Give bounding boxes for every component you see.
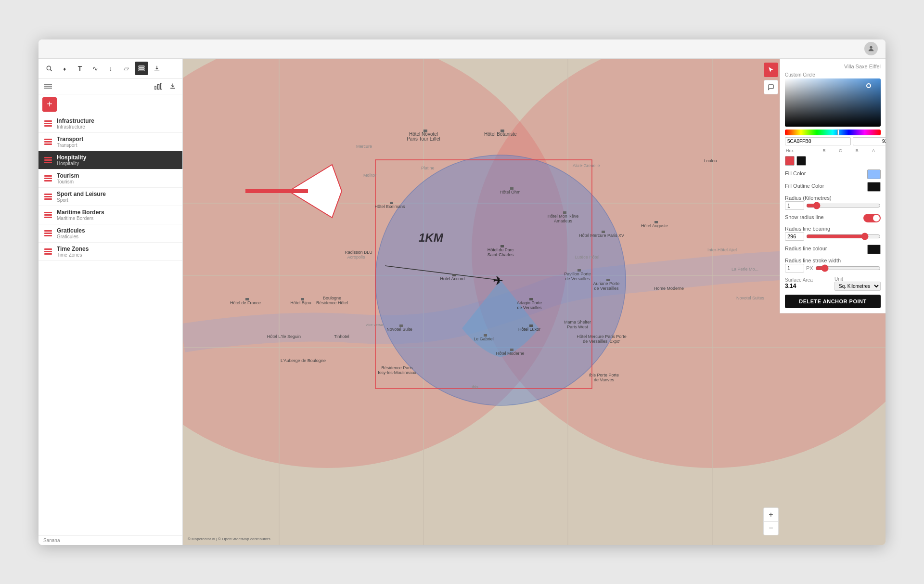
layer-item-tourism[interactable]: Tourism Tourism — [38, 169, 182, 188]
svg-text:Hôtel Exelmans: Hôtel Exelmans — [374, 204, 405, 209]
layer-text-tourism: Tourism Tourism — [57, 172, 178, 184]
svg-rect-39 — [563, 211, 566, 214]
svg-rect-11 — [161, 83, 162, 89]
hamburger-icon[interactable] — [42, 80, 54, 92]
comment-tool-button[interactable] — [764, 80, 778, 94]
svg-text:Hôtel Ohm: Hôtel Ohm — [500, 190, 520, 195]
surface-row: Surface Area 3.14 Unit Sq. Kilometres — [785, 276, 881, 291]
panel-subtitle: Custom Circle — [785, 72, 881, 78]
show-radius-toggle[interactable] — [863, 214, 881, 222]
radius-colour-box[interactable] — [867, 245, 881, 254]
svg-text:Hôtel Moderne: Hôtel Moderne — [496, 351, 524, 356]
radius-colour-section: Radius line colour — [785, 245, 881, 254]
cursor-tool-button[interactable] — [764, 63, 778, 77]
user-avatar[interactable] — [864, 42, 878, 55]
fill-outline-section: Fill Outline Color — [785, 182, 881, 192]
layer-text-graticules: Graticules Graticules — [57, 227, 178, 239]
arrow-button[interactable]: ↓ — [104, 62, 117, 75]
bearing-input[interactable] — [785, 232, 804, 241]
svg-rect-41 — [452, 274, 456, 276]
sidebar: ⬧ T ∿ ↓ ▱ — [38, 59, 183, 545]
main-area: ⬧ T ∿ ↓ ▱ — [38, 59, 886, 545]
svg-text:La Perle Mo...: La Perle Mo... — [732, 267, 758, 272]
zoom-out-button[interactable]: − — [764, 521, 778, 535]
svg-text:Molitor: Molitor — [363, 173, 376, 178]
layers-button[interactable] — [135, 62, 148, 75]
svg-text:1KM: 1KM — [419, 231, 444, 244]
line-button[interactable]: ∿ — [89, 62, 102, 75]
stroke-input[interactable] — [785, 264, 804, 273]
color-picker-cursor[interactable] — [866, 83, 871, 88]
stroke-slider[interactable] — [815, 264, 881, 272]
map-container[interactable]: Hôtel Novotel Paris Tour Eiffel Hôtel Bo… — [183, 59, 886, 545]
layer-item-graticules[interactable]: Graticules Graticules — [38, 224, 182, 243]
layer-item-sport[interactable]: Sport and Leisure Sport — [38, 188, 182, 206]
hue-cursor — [837, 130, 839, 135]
zoom-in-button[interactable]: + — [764, 508, 778, 521]
custom-circle-panel: Villa Saxe Eiffel Custom Circle — [780, 59, 886, 313]
color-labels-row: Hex R G B A — [785, 148, 881, 153]
svg-text:Amadeus: Amadeus — [554, 219, 573, 223]
hex-input[interactable] — [785, 137, 851, 145]
layer-text-hospitality: Hospitality Hospitality — [57, 154, 178, 166]
layer-text-sport: Sport and Leisure Sport — [57, 191, 178, 203]
svg-text:Boulogne: Boulogne — [323, 296, 341, 300]
layer-item-maritime[interactable]: Maritime Borders Maritime Borders — [38, 206, 182, 224]
svg-rect-9 — [154, 86, 156, 89]
svg-text:Le Gabriel: Le Gabriel — [474, 337, 494, 341]
svg-text:Paris Tour Eiffel: Paris Tour Eiffel — [407, 136, 440, 142]
color-swatches — [785, 156, 881, 166]
svg-text:Hôtel L'Ile Seguin: Hôtel L'Ile Seguin — [267, 334, 301, 339]
search-button[interactable] — [42, 62, 56, 75]
fill-outline-color-box[interactable] — [867, 182, 881, 192]
svg-text:Hôtel du Parc: Hôtel du Parc — [488, 247, 514, 252]
radius-input[interactable] — [785, 201, 804, 210]
swatch-black[interactable] — [796, 156, 806, 166]
svg-rect-54 — [602, 231, 605, 233]
layer-item-infrastructure[interactable]: Infrastructure Infrastructure — [38, 115, 182, 133]
svg-text:Inter-Hôtel Ajiel: Inter-Hôtel Ajiel — [707, 247, 737, 252]
svg-text:Radisson BLU: Radisson BLU — [345, 250, 372, 255]
stroke-section: Radius line stroke width PX — [785, 257, 881, 273]
svg-text:Platine: Platine — [421, 166, 435, 170]
surface-area-section: Surface Area 3.14 Unit Sq. Kilometres — [785, 276, 881, 291]
svg-rect-36 — [500, 245, 504, 247]
svg-rect-33 — [510, 187, 513, 190]
swatch-red[interactable] — [785, 156, 795, 166]
svg-text:Adagio Porte: Adagio Porte — [517, 300, 542, 305]
color-inputs-row — [785, 137, 881, 145]
add-layer-button[interactable]: + — [42, 97, 57, 112]
svg-line-2 — [51, 69, 52, 71]
download-button[interactable] — [150, 62, 164, 75]
show-radius-row: Show radius line — [785, 214, 881, 222]
svg-text:Saint-Charles: Saint-Charles — [488, 252, 514, 257]
export-icon[interactable] — [167, 80, 179, 92]
r-input[interactable] — [853, 137, 886, 145]
svg-text:Mercure: Mercure — [356, 144, 372, 149]
svg-rect-46 — [529, 324, 533, 327]
layer-item-hospitality[interactable]: Hospitality Hospitality — [38, 151, 182, 169]
svg-text:Mama Shelter: Mama Shelter — [564, 320, 591, 324]
layer-text-transport: Transport Transport — [57, 136, 178, 148]
radius-slider[interactable] — [806, 202, 881, 209]
unit-select[interactable]: Sq. Kilometres — [834, 282, 881, 291]
layer-icon-hospitality — [43, 155, 53, 165]
delete-anchor-button[interactable]: DELETE ANCHOR POINT — [785, 295, 881, 308]
pin-button[interactable]: ⬧ — [58, 62, 71, 75]
svg-rect-4 — [139, 67, 144, 68]
text-button[interactable]: T — [73, 62, 87, 75]
toggle-knob — [873, 215, 880, 221]
app-window: ⬧ T ∿ ↓ ▱ — [38, 39, 886, 545]
chart-icon[interactable] — [153, 80, 164, 92]
layer-item-transport[interactable]: Transport Transport — [38, 133, 182, 151]
shape-button[interactable]: ▱ — [119, 62, 133, 75]
svg-rect-5 — [139, 69, 144, 70]
radius-input-row — [785, 201, 881, 210]
surface-col: Surface Area 3.14 — [785, 277, 831, 289]
layer-item-timezones[interactable]: Time Zones Time Zones — [38, 243, 182, 261]
fill-color-box[interactable] — [867, 169, 881, 179]
bearing-slider[interactable] — [806, 233, 881, 240]
hue-slider[interactable] — [785, 130, 881, 135]
color-picker-box[interactable] — [785, 78, 881, 127]
svg-text:Hôtel Mercure Paris Porte: Hôtel Mercure Paris Porte — [577, 334, 627, 339]
